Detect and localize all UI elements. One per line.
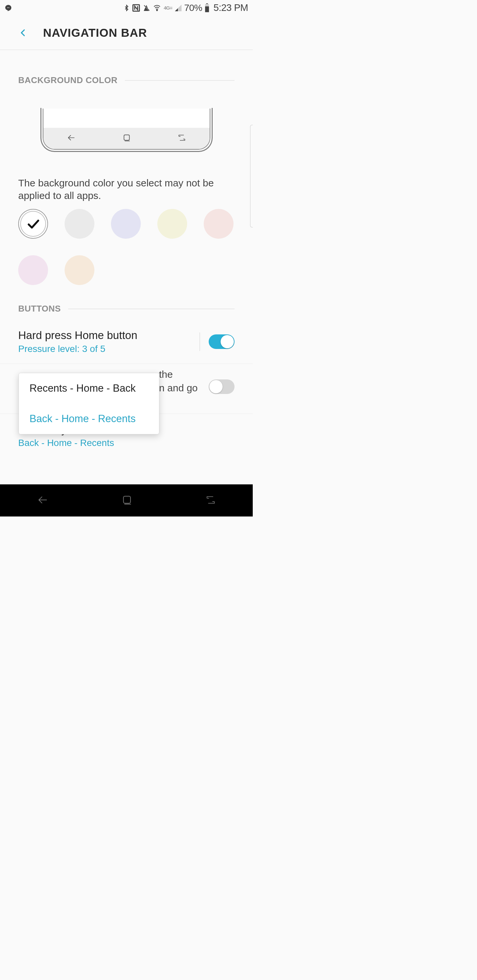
svg-rect-6 bbox=[206, 3, 208, 4]
svg-point-0 bbox=[7, 7, 8, 8]
preview-recents-icon bbox=[177, 134, 187, 143]
phone-preview bbox=[40, 108, 213, 152]
color-swatch-white[interactable] bbox=[18, 209, 48, 239]
section-divider bbox=[68, 309, 235, 309]
hard-press-toggle[interactable] bbox=[209, 334, 235, 349]
color-swatch-pink[interactable] bbox=[204, 209, 233, 239]
svg-rect-10 bbox=[124, 135, 129, 140]
hangouts-icon bbox=[5, 4, 12, 11]
row-title: Hard press Home button bbox=[18, 329, 199, 342]
row-subtitle: Pressure level: 3 of 5 bbox=[18, 344, 199, 354]
color-swatch-peach[interactable] bbox=[65, 255, 94, 285]
color-swatch-group bbox=[0, 202, 253, 285]
preview-home-icon bbox=[123, 134, 131, 143]
network-4g-icon: 4G≡ bbox=[164, 5, 172, 11]
wifi-icon bbox=[152, 4, 162, 12]
bg-color-description: The background color you select may not … bbox=[0, 152, 253, 202]
button-layout-popup: Recents - Home - Back Back - Home - Rece… bbox=[19, 373, 160, 434]
nav-back-icon[interactable] bbox=[36, 494, 50, 507]
fast-scroll-handle[interactable] bbox=[250, 125, 253, 228]
color-swatch-gray[interactable] bbox=[65, 209, 94, 239]
device-navigation-bar bbox=[0, 484, 253, 517]
section-divider bbox=[125, 80, 235, 81]
svg-rect-8 bbox=[205, 6, 209, 12]
row-partial-text: the n and go bbox=[159, 368, 198, 395]
section-label: BUTTONS bbox=[18, 304, 61, 314]
color-swatch-cream[interactable] bbox=[157, 209, 187, 239]
preview-back-icon bbox=[66, 134, 77, 143]
title-bar: NAVIGATION BAR bbox=[0, 16, 253, 50]
section-header-background: BACKGROUND COLOR bbox=[0, 50, 253, 91]
battery-icon bbox=[204, 3, 210, 13]
nav-home-icon[interactable] bbox=[121, 494, 133, 507]
row-subtitle: Back - Home - Recents bbox=[18, 438, 235, 448]
section-header-buttons: BUTTONS bbox=[0, 285, 253, 320]
unlock-home-toggle[interactable] bbox=[209, 379, 235, 394]
svg-point-5 bbox=[157, 10, 158, 11]
popup-option-recents-home-back[interactable]: Recents - Home - Back bbox=[19, 373, 159, 404]
color-swatch-lilac[interactable] bbox=[18, 255, 48, 285]
section-label: BACKGROUND COLOR bbox=[18, 75, 118, 86]
svg-rect-15 bbox=[123, 496, 130, 503]
row-hard-press-home[interactable]: Hard press Home button Pressure level: 3… bbox=[0, 320, 253, 364]
nfc-icon bbox=[132, 4, 140, 12]
svg-point-1 bbox=[9, 7, 9, 8]
bluetooth-icon bbox=[123, 3, 130, 13]
color-swatch-lavender[interactable] bbox=[111, 209, 141, 239]
popup-option-back-home-recents[interactable]: Back - Home - Recents bbox=[19, 404, 159, 434]
back-button[interactable] bbox=[17, 26, 30, 40]
page-title: NAVIGATION BAR bbox=[43, 26, 147, 40]
mute-icon bbox=[142, 4, 150, 12]
signal-icon bbox=[174, 4, 182, 12]
battery-text: 70% bbox=[184, 3, 203, 13]
nav-recents-icon[interactable] bbox=[204, 495, 217, 506]
toggle-separator bbox=[199, 332, 200, 351]
clock-text: 5:23 PM bbox=[214, 2, 249, 13]
status-bar: 4G≡ 70% 5:23 PM bbox=[0, 0, 253, 16]
